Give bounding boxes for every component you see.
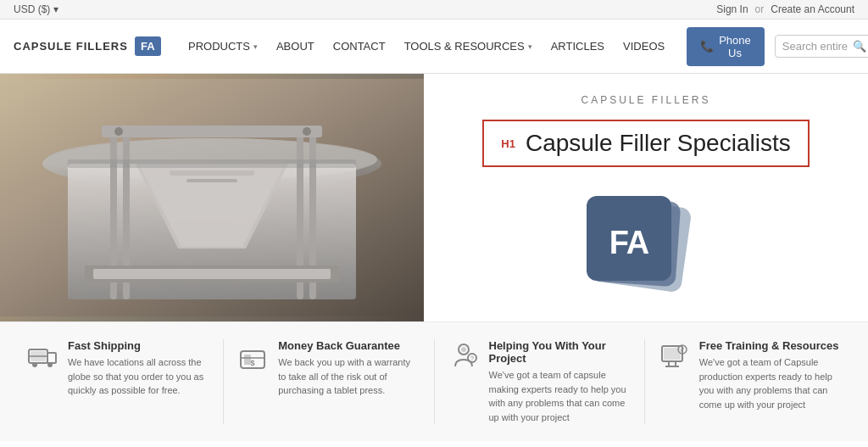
phone-button[interactable]: 📞 Phone Us — [687, 27, 765, 66]
search-icon: 🔍 — [853, 40, 866, 53]
feature-helping: ? Helping You With Your Project We've go… — [435, 339, 645, 424]
header-actions: 📞 Phone Us Search entire 🔍 🛒 — [687, 27, 868, 66]
create-account-link[interactable]: Create an Account — [771, 3, 854, 15]
nav-products-chevron: ▾ — [253, 42, 258, 51]
svg-text:FA: FA — [609, 225, 649, 260]
top-bar-right: Sign In or Create an Account — [716, 3, 854, 15]
main-nav: PRODUCTS ▾ ABOUT CONTACT TOOLS & RESOURC… — [180, 33, 673, 59]
helping-desc: We've got a team of capsule making exper… — [489, 368, 631, 424]
svg-point-14 — [303, 127, 311, 136]
nav-about-label: ABOUT — [276, 40, 314, 53]
nav-tools-chevron: ▾ — [528, 42, 532, 51]
helping-icon: ? — [448, 341, 479, 377]
svg-point-13 — [114, 127, 123, 136]
training-icon: ✓ — [659, 341, 689, 377]
hero-right: CAPSULE FILLERS H1 Capsule Filler Specia… — [424, 74, 868, 321]
nav-about[interactable]: ABOUT — [268, 33, 323, 59]
fast-shipping-icon — [27, 341, 58, 377]
feature-money-back: $ Money Back Guarantee We back you up wi… — [224, 339, 434, 424]
svg-rect-12 — [93, 269, 331, 279]
fa-logo-svg: FA — [578, 187, 714, 298]
fast-shipping-desc: We have locations all across the globe s… — [68, 355, 209, 398]
svg-rect-16 — [186, 179, 237, 182]
svg-point-33 — [461, 347, 466, 352]
hero-heading-container: H1 Capsule Filler Specialists — [482, 120, 809, 167]
header: CAPSULE FILLERS FA PRODUCTS ▾ ABOUT CONT… — [0, 20, 868, 74]
nav-tools-label: TOOLS & RESOURCES — [404, 40, 525, 53]
h1-label: H1 — [501, 137, 515, 150]
nav-articles-label: ARTICLES — [551, 40, 604, 53]
nav-contact[interactable]: CONTACT — [325, 33, 394, 59]
currency-chevron: ▾ — [53, 3, 58, 15]
search-placeholder-text: Search entire — [782, 40, 848, 53]
training-title: Free Training & Resources — [699, 339, 841, 352]
machine-illustration — [0, 74, 424, 321]
svg-point-26 — [32, 362, 37, 367]
top-bar: USD ($) ▾ Sign In or Create an Account — [0, 0, 868, 20]
separator: or — [755, 3, 765, 15]
svg-rect-15 — [170, 170, 254, 176]
nav-tools[interactable]: TOOLS & RESOURCES ▾ — [396, 33, 541, 59]
phone-btn-label: Phone Us — [719, 34, 751, 59]
svg-rect-25 — [47, 353, 56, 363]
svg-text:✓: ✓ — [679, 346, 685, 354]
fa-logo: FA — [578, 187, 714, 301]
currency-label: USD ($) — [14, 3, 50, 15]
hero-image — [0, 74, 424, 321]
svg-rect-10 — [102, 126, 322, 137]
helping-text: Helping You With Your Project We've got … — [489, 339, 631, 424]
svg-rect-17 — [68, 159, 356, 168]
phone-icon: 📞 — [700, 40, 714, 53]
money-back-desc: We back you up with a warranty to take a… — [278, 355, 420, 398]
hero-heading: Capsule Filler Specialists — [526, 130, 791, 157]
feature-fast-shipping: Fast Shipping We have locations all acro… — [14, 339, 224, 424]
search-box[interactable]: Search entire 🔍 — [775, 35, 868, 58]
money-back-icon: $ — [237, 341, 268, 377]
logo-badge: FA — [135, 36, 161, 56]
money-back-text: Money Back Guarantee We back you up with… — [278, 339, 420, 398]
nav-videos-label: VIDEOS — [623, 40, 665, 53]
fast-shipping-text: Fast Shipping We have locations all acro… — [68, 339, 209, 398]
features-bar: Fast Shipping We have locations all acro… — [0, 321, 868, 441]
svg-text:$: $ — [251, 359, 255, 367]
logo-text: CAPSULE FILLERS — [14, 40, 128, 53]
svg-point-27 — [47, 362, 53, 367]
feature-training: ✓ Free Training & Resources We've got a … — [645, 339, 854, 424]
helping-title: Helping You With Your Project — [489, 339, 631, 365]
nav-products[interactable]: PRODUCTS ▾ — [180, 33, 266, 59]
fast-shipping-title: Fast Shipping — [68, 339, 209, 352]
main-content: CAPSULE FILLERS H1 Capsule Filler Specia… — [0, 74, 868, 321]
nav-contact-label: CONTACT — [333, 40, 386, 53]
currency-selector[interactable]: USD ($) ▾ — [14, 3, 58, 15]
nav-products-label: PRODUCTS — [188, 40, 250, 53]
signin-link[interactable]: Sign In — [716, 3, 748, 15]
training-text: Free Training & Resources We've got a te… — [699, 339, 841, 411]
hero-subtitle: CAPSULE FILLERS — [581, 94, 710, 106]
money-back-title: Money Back Guarantee — [278, 339, 420, 352]
svg-text:?: ? — [470, 355, 474, 361]
logo[interactable]: CAPSULE FILLERS FA — [14, 36, 166, 56]
nav-articles[interactable]: ARTICLES — [542, 33, 613, 59]
training-desc: We've got a team of Capsule production e… — [699, 355, 841, 411]
nav-videos[interactable]: VIDEOS — [615, 33, 673, 59]
